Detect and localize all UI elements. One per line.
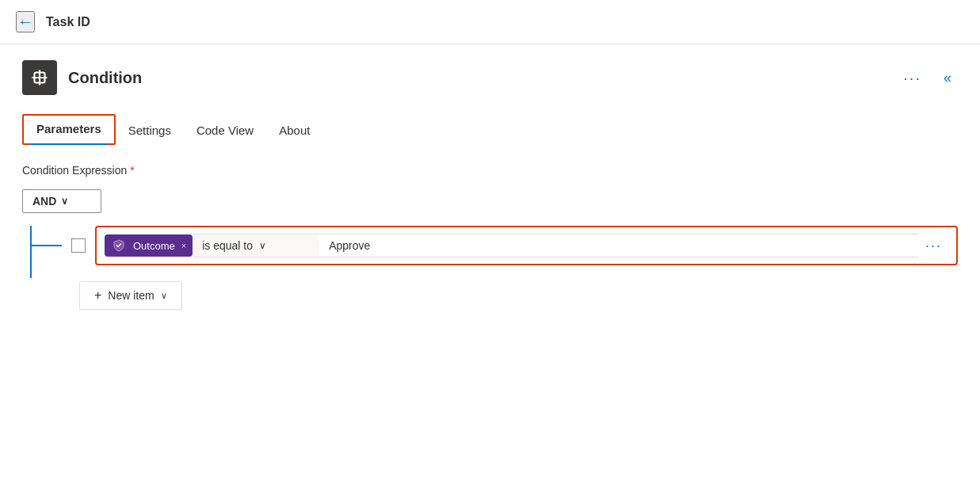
panel-more-button[interactable]: ··· [897,67,928,89]
and-chevron-icon: ∨ [61,196,68,207]
plus-icon: + [94,288,101,303]
panel-actions: ··· « [897,67,958,90]
condition-svg-icon [29,67,50,88]
main-content: Condition ··· « Parameters Settings Code… [0,44,980,326]
row-more-button[interactable]: ··· [919,234,948,257]
condition-expression-box: Outcome × is equal to ∨ ··· [95,226,958,265]
back-button[interactable]: ← [16,11,35,32]
panel-collapse-button[interactable]: « [937,67,958,90]
required-star: * [130,164,134,177]
tabs-bar: Parameters Settings Code View About [22,114,958,145]
tab-settings[interactable]: Settings [116,117,184,145]
panel-title: Condition [68,69,142,87]
operator-dropdown[interactable]: is equal to ∨ [193,234,319,257]
panel-title-row: Condition [22,60,142,95]
token-close-button[interactable]: × [181,241,186,250]
tree-horizontal-line [32,245,62,246]
operator-label: is equal to [202,239,253,252]
header-title: Task ID [46,15,90,29]
tab-code-view[interactable]: Code View [184,117,266,145]
new-item-label: New item [108,289,154,302]
tree-vertical-line [30,226,32,278]
header: ← Task ID [0,0,980,44]
operator-chevron-icon: ∨ [259,240,266,251]
and-dropdown[interactable]: AND ∨ [22,189,101,213]
and-label: AND [32,195,56,208]
tab-about[interactable]: About [266,117,322,145]
condition-row: Outcome × is equal to ∨ ··· [32,226,958,265]
condition-expression-label: Condition Expression* [22,164,958,177]
tab-parameters[interactable]: Parameters [22,114,116,145]
condition-icon [22,60,57,95]
panel-header: Condition ··· « [22,60,958,95]
outcome-token: Outcome × [105,234,193,257]
condition-checkbox[interactable] [71,238,86,253]
new-item-row: + New item ∨ [79,281,958,310]
token-shield-icon [111,238,127,253]
value-input[interactable] [319,234,919,257]
token-label: Outcome [133,240,175,252]
new-item-chevron-icon: ∨ [161,291,167,301]
new-item-button[interactable]: + New item ∨ [79,281,182,310]
